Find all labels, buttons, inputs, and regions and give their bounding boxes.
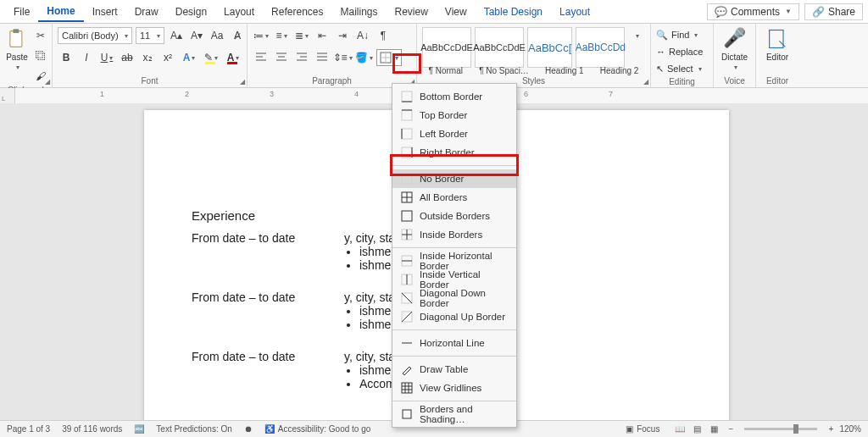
line-spacing-button[interactable]: ⇕≡▾ (334, 49, 351, 66)
status-macro[interactable]: ⏺ (244, 424, 253, 434)
share-button[interactable]: 🔗 Share (804, 3, 863, 20)
status-language[interactable]: 🔤 (134, 424, 144, 434)
dialog-launcher-icon[interactable]: ◢ (240, 78, 245, 86)
view-web-button[interactable]: ▦ (705, 423, 722, 436)
menu-draw-table[interactable]: Draw Table (392, 360, 516, 379)
tab-draw[interactable]: Draw (126, 3, 167, 21)
align-left-button[interactable] (253, 49, 270, 66)
svg-rect-16 (402, 383, 412, 393)
focus-icon: ▣ (626, 424, 633, 434)
italic-button[interactable]: I (78, 49, 95, 66)
menu-top-border[interactable]: Top Border (392, 106, 516, 124)
styles-more-button[interactable]: ▾ (628, 27, 645, 44)
sort-button[interactable]: A↓ (354, 27, 371, 44)
menu-all-borders[interactable]: All Borders (392, 188, 516, 207)
font-size-combo[interactable]: 11▾ (136, 27, 164, 44)
font-color-button[interactable]: A▾ (224, 49, 242, 66)
cut-button[interactable]: ✂ (32, 27, 49, 44)
decrease-indent-button[interactable]: ⇤ (314, 27, 331, 44)
zoom-slider[interactable] (744, 428, 817, 430)
menu-no-border[interactable]: No Border (392, 169, 516, 188)
group-clipboard: Paste ▾ ✂ ⿻ 🖌 Clipboard ◢ (0, 24, 53, 87)
status-page[interactable]: Page 1 of 3 (7, 424, 50, 434)
strike-button[interactable]: ab (119, 49, 136, 66)
style-heading1[interactable]: AaBbCc[ (527, 27, 572, 68)
justify-button[interactable] (314, 49, 331, 66)
ruler-tab-selector[interactable]: L (0, 88, 15, 103)
tab-references[interactable]: References (263, 3, 331, 21)
shading-button[interactable]: 🪣▾ (354, 49, 373, 66)
zoom-out-button[interactable]: − (722, 423, 739, 436)
replace-button[interactable]: ↔Replace (656, 44, 703, 59)
underline-button[interactable]: U▾ (98, 49, 115, 66)
style-normal[interactable]: AaBbCcDdE (422, 27, 471, 68)
find-button[interactable]: 🔍Find▾ (656, 27, 698, 42)
menu-bottom-border[interactable]: Bottom Border (392, 87, 516, 106)
show-marks-button[interactable]: ¶ (375, 27, 392, 44)
tab-file[interactable]: File (5, 3, 38, 21)
dialog-launcher-icon[interactable]: ◢ (45, 78, 50, 86)
share-label: Share (828, 6, 855, 18)
style-sample: AaBbCc[ (528, 41, 571, 54)
font-name-combo[interactable]: Calibri (Body)▾ (58, 27, 132, 44)
clear-formatting-button[interactable]: A̷ (229, 27, 246, 44)
change-case-button[interactable]: Aa (209, 27, 225, 44)
menu-borders-and-shading[interactable]: Borders and Shading… (392, 405, 516, 423)
align-center-button[interactable] (273, 49, 290, 66)
status-wordcount[interactable]: 39 of 116 words (62, 424, 122, 434)
tab-table-layout[interactable]: Layout (551, 3, 598, 21)
tab-review[interactable]: Review (387, 3, 437, 21)
border-top-icon (401, 109, 413, 121)
menu-right-border[interactable]: Right Border (392, 143, 516, 162)
menu-diagonal-down[interactable]: Diagonal Down Border (392, 289, 516, 307)
tab-table-design[interactable]: Table Design (476, 3, 551, 21)
tab-layout[interactable]: Layout (215, 3, 263, 21)
menu-diagonal-up[interactable]: Diagonal Up Border (392, 307, 516, 326)
share-icon: 🔗 (812, 6, 825, 18)
bold-button[interactable]: B (58, 49, 75, 66)
paste-button[interactable]: Paste ▾ (5, 27, 29, 71)
select-button[interactable]: ↖Select▾ (656, 61, 702, 76)
increase-indent-button[interactable]: ⇥ (334, 27, 351, 44)
menu-left-border[interactable]: Left Border (392, 124, 516, 143)
tab-mailings[interactable]: Mailings (331, 3, 386, 21)
grow-font-button[interactable]: A▴ (168, 27, 185, 44)
menu-inside-vertical[interactable]: Inside Vertical Border (392, 270, 516, 289)
align-right-button[interactable] (293, 49, 310, 66)
menu-inside-horizontal[interactable]: Inside Horizontal Border (392, 252, 516, 270)
text-effects-button[interactable]: A▾ (180, 49, 198, 66)
bullets-icon: ≔ (253, 30, 264, 41)
border-du-icon (401, 311, 413, 323)
zoom-value[interactable]: 120% (839, 424, 861, 434)
dictate-button[interactable]: 🎤 Dictate ▾ (719, 27, 750, 71)
tab-view[interactable]: View (437, 3, 476, 21)
menu-outside-borders[interactable]: Outside Borders (392, 207, 516, 225)
copy-button[interactable]: ⿻ (32, 47, 49, 64)
dialog-launcher-icon[interactable]: ◢ (643, 78, 648, 86)
editor-button[interactable]: Editor (761, 27, 793, 62)
shrink-font-button[interactable]: A▾ (188, 27, 205, 44)
tab-insert[interactable]: Insert (84, 3, 126, 21)
status-predictions[interactable]: Text Predictions: On (156, 424, 231, 434)
numbering-button[interactable]: ≡▾ (273, 27, 290, 44)
view-print-button[interactable]: ▤ (688, 423, 705, 436)
tab-home[interactable]: Home (38, 2, 83, 22)
superscript-button[interactable]: x² (159, 49, 176, 66)
style-nospacing[interactable]: AaBbCcDdE (475, 27, 524, 68)
bullets-button[interactable]: ≔▾ (253, 27, 270, 44)
menu-inside-borders[interactable]: Inside Borders (392, 225, 516, 244)
style-heading2[interactable]: AaBbCcDd (576, 27, 625, 68)
multilevel-button[interactable]: ≣▾ (293, 27, 310, 44)
status-accessibility[interactable]: ♿Accessibility: Good to go (264, 424, 371, 434)
menu-view-gridlines[interactable]: View Gridlines (392, 379, 516, 397)
highlight-button[interactable]: ✎▾ (202, 49, 220, 66)
borders-split-button[interactable]: ▾ (376, 49, 402, 66)
tab-design[interactable]: Design (167, 3, 215, 21)
subscript-button[interactable]: x₂ (139, 49, 156, 66)
focus-mode-button[interactable]: ▣Focus (626, 424, 659, 434)
zoom-knob[interactable] (793, 424, 798, 434)
comments-button[interactable]: 💬 Comments ▼ (707, 3, 799, 20)
zoom-in-button[interactable]: + (822, 423, 839, 436)
view-read-button[interactable]: 📖 (671, 423, 688, 436)
menu-horizontal-line[interactable]: Horizontal Line (392, 334, 516, 352)
